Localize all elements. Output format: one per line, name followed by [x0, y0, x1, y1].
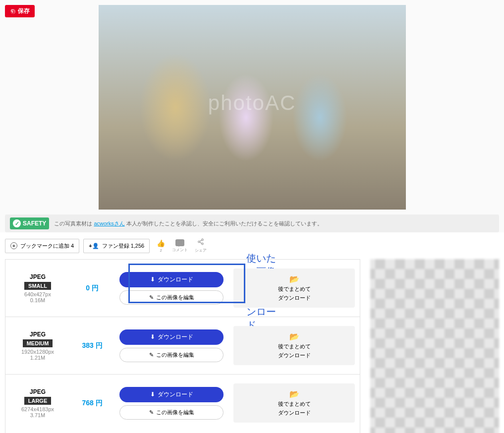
- table-row: JPEG LARGE 6274x4183px 3.71M 768 円 ⬇ ダウン…: [5, 375, 360, 432]
- like-button[interactable]: 👍 2: [157, 239, 165, 253]
- plus-circle-icon: +: [10, 242, 17, 249]
- download-button[interactable]: ⬇ ダウンロード: [119, 329, 224, 345]
- folder-icon: 📂: [289, 274, 299, 284]
- watermark-text: photoAC: [208, 91, 296, 115]
- price-label: 768 円: [70, 399, 114, 408]
- bulk-line2: ダウンロード: [278, 352, 311, 359]
- fan-register-button[interactable]: +👤 ファン登録 1,256: [83, 239, 150, 253]
- main-preview-image: photoAC: [99, 5, 406, 210]
- download-icon: ⬇: [150, 391, 155, 398]
- format-label: JPEG: [5, 331, 70, 338]
- edit-btn-label: この画像を編集: [156, 409, 194, 416]
- share-button[interactable]: シェア: [195, 238, 207, 253]
- download-icon: ⬇: [150, 333, 155, 340]
- svg-line-5: [200, 242, 202, 243]
- safety-text: この写真素材は acworksさん 本人が制作したことを承認し、安全にご利用いた…: [54, 220, 322, 227]
- edit-btn-label: この画像を編集: [156, 351, 194, 359]
- folder-icon: 📂: [289, 332, 299, 341]
- bulk-line2: ダウンロード: [278, 409, 311, 417]
- thumbs-up-icon: 👍: [157, 239, 165, 247]
- price-label: 0 円: [70, 284, 114, 293]
- download-button[interactable]: ⬇ ダウンロード: [119, 387, 224, 402]
- like-count: 2: [160, 248, 162, 253]
- comment-button[interactable]: コメント: [172, 239, 188, 253]
- dimensions-label: 640x427px: [5, 291, 70, 297]
- download-table: JPEG SMALL 640x427px 0.16M 0 円 ⬇ ダウンロード …: [5, 259, 360, 433]
- edit-button[interactable]: ✎ この画像を編集: [119, 405, 224, 420]
- author-link[interactable]: acworksさん: [94, 220, 124, 226]
- check-icon: ✓: [13, 219, 21, 227]
- bulk-download-button[interactable]: 📂 後でまとめて ダウンロード: [233, 383, 355, 423]
- svg-point-1: [202, 239, 204, 241]
- size-tag: SMALL: [24, 282, 51, 290]
- edit-button[interactable]: ✎ この画像を編集: [119, 348, 224, 362]
- safety-notice: ✓ SAFETY この写真素材は acworksさん 本人が制作したことを承認し…: [5, 215, 499, 232]
- size-tag: MEDIUM: [23, 339, 53, 347]
- dimensions-label: 1920x1280px: [5, 349, 70, 355]
- share-label: シェア: [195, 248, 207, 253]
- table-row: JPEG MEDIUM 1920x1280px 1.21M 383 円 ⬇ ダウ…: [5, 317, 360, 375]
- folder-icon: 📂: [289, 389, 299, 399]
- comment-icon: [175, 239, 184, 246]
- user-plus-icon: +👤: [89, 243, 99, 249]
- edit-icon: ✎: [149, 352, 154, 358]
- svg-line-4: [200, 240, 202, 241]
- size-tag: LARGE: [24, 397, 52, 405]
- pinterest-save-button[interactable]: 保存: [5, 5, 35, 17]
- filesize-label: 3.71M: [5, 412, 70, 418]
- bookmark-label: ブックマークに追加 4: [20, 242, 74, 250]
- svg-point-2: [198, 241, 200, 243]
- download-btn-label: ダウンロード: [158, 333, 193, 341]
- safety-badge-label: SAFETY: [23, 220, 46, 227]
- download-btn-label: ダウンロード: [158, 390, 193, 399]
- bulk-download-button[interactable]: 📂 後でまとめて ダウンロード: [233, 269, 355, 308]
- pinterest-icon: [10, 8, 16, 14]
- share-icon: [197, 238, 205, 247]
- table-row: JPEG SMALL 640x427px 0.16M 0 円 ⬇ ダウンロード …: [5, 260, 360, 317]
- filesize-label: 0.16M: [5, 297, 70, 303]
- dimensions-label: 6274x4183px: [5, 406, 70, 412]
- pinterest-save-label: 保存: [18, 7, 30, 15]
- price-label: 383 円: [70, 341, 114, 350]
- sidebar-blurred: [370, 259, 499, 433]
- bulk-line2: ダウンロード: [278, 294, 311, 302]
- filesize-label: 1.21M: [5, 355, 70, 361]
- format-label: JPEG: [5, 273, 70, 280]
- bookmark-button[interactable]: + ブックマークに追加 4: [5, 239, 79, 253]
- bulk-download-button[interactable]: 📂 後でまとめて ダウンロード: [233, 326, 355, 365]
- format-label: JPEG: [5, 388, 70, 395]
- bulk-line1: 後でまとめて: [278, 285, 311, 293]
- safety-badge: ✓ SAFETY: [10, 217, 49, 229]
- fan-label: ファン登録 1,256: [102, 242, 145, 250]
- edit-icon: ✎: [149, 409, 154, 416]
- bulk-line1: 後でまとめて: [278, 343, 311, 350]
- svg-point-3: [202, 243, 204, 245]
- bulk-line1: 後でまとめて: [278, 400, 311, 408]
- highlight-annotation: [128, 264, 245, 303]
